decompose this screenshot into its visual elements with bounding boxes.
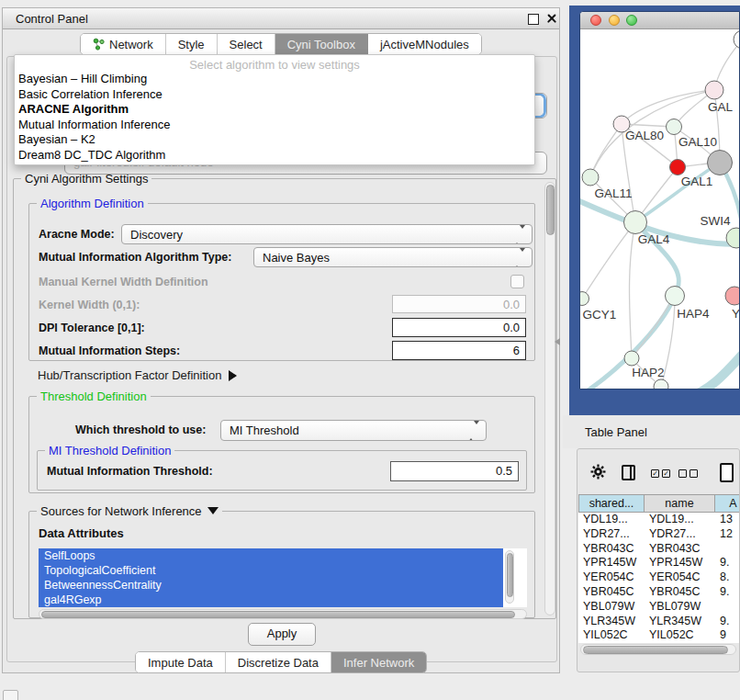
mi-steps-field[interactable]: 6 xyxy=(392,341,526,360)
node-gal-label: GAL xyxy=(708,100,734,114)
node-topright[interactable] xyxy=(734,30,739,49)
table-hscrollbar-thumb[interactable] xyxy=(583,646,728,654)
attribute-selfloops[interactable]: SelfLoops xyxy=(39,548,503,563)
table-cell: 12 xyxy=(715,527,740,542)
zoom-window-icon[interactable] xyxy=(626,15,637,26)
column-header-a[interactable]: A xyxy=(715,494,740,513)
table-cell: YER054C xyxy=(578,570,645,585)
table-row[interactable]: YBL079WYBL079W xyxy=(578,600,740,615)
dpi-tolerance-value: 0.0 xyxy=(503,321,520,334)
split-columns-icon[interactable] xyxy=(622,465,635,480)
mi-threshold-field[interactable]: 0.5 xyxy=(390,461,519,481)
manual-kernel-checkbox[interactable] xyxy=(510,275,524,288)
document-icon[interactable] xyxy=(720,463,734,482)
node-gal11[interactable] xyxy=(582,169,599,186)
table-cell: YER054C xyxy=(645,570,715,585)
table-row[interactable]: YDR27...YDR27...12 xyxy=(578,527,740,542)
unchecked-boxes-icon[interactable] xyxy=(678,469,701,486)
bottom-tab-impute-data[interactable]: Impute Data xyxy=(136,652,226,672)
sources-hscrollbar[interactable] xyxy=(39,609,527,619)
node-hap2[interactable] xyxy=(624,351,639,366)
expand-right-icon xyxy=(229,370,237,381)
sources-title-text: Sources for Network Inference xyxy=(40,504,202,518)
sources-title[interactable]: Sources for Network Inference xyxy=(37,504,222,518)
aracne-mode-combo[interactable]: Discovery xyxy=(121,224,533,244)
node-gal4[interactable] xyxy=(624,211,647,234)
table-cell: YDL19... xyxy=(578,513,645,527)
which-threshold-value: MI Threshold xyxy=(230,423,299,437)
network-view-window: GALGAL80GAL10GAL1GAL11GAL4SWI4GCY1HAP4YH… xyxy=(579,11,740,390)
bottom-tabs: Impute DataDiscretize DataInfer Network xyxy=(135,651,427,673)
node-hap4[interactable] xyxy=(666,287,685,306)
minimize-window-icon[interactable] xyxy=(609,15,620,26)
node-gcy1[interactable] xyxy=(580,292,589,306)
tab-label: Select xyxy=(230,35,263,54)
settings-scrollbar[interactable] xyxy=(544,182,555,615)
checked-boxes-icon[interactable]: ✓✓ xyxy=(651,469,673,486)
tab-cyni-toolbox[interactable]: Cyni Toolbox xyxy=(275,34,368,54)
control-panel-tabs: NetworkStyleSelectCyni ToolboxjActiveMNo… xyxy=(80,33,482,55)
close-window-icon[interactable] xyxy=(590,15,601,26)
table-hscrollbar[interactable] xyxy=(580,644,736,655)
node-y[interactable] xyxy=(725,287,739,305)
network-canvas[interactable]: GALGAL80GAL10GAL1GAL11GAL4SWI4GCY1HAP4YH… xyxy=(580,29,739,389)
network-window-titlebar[interactable] xyxy=(580,12,739,29)
hub-definition-toggle[interactable]: Hub/Transcription Factor Definition xyxy=(38,368,237,382)
float-panel-icon[interactable] xyxy=(528,14,539,25)
tab-network[interactable]: Network xyxy=(81,34,166,54)
bottom-tab-infer-network[interactable]: Infer Network xyxy=(331,652,426,672)
node-gal10[interactable] xyxy=(667,119,682,135)
close-icon[interactable] xyxy=(546,13,557,24)
threshold-definition-box: Threshold Definition Which threshold to … xyxy=(28,396,535,493)
column-header-shared[interactable]: shared... xyxy=(578,494,645,513)
mi-steps-label: Mutual Information Steps: xyxy=(39,344,180,357)
panel-divider-arrow[interactable] xyxy=(555,338,560,345)
attribute-topologicalcoefficient[interactable]: TopologicalCoefficient xyxy=(39,563,503,578)
table-cell: YPR145W xyxy=(578,556,645,570)
attribute-betweennesscentrality[interactable]: BetweennessCentrality xyxy=(39,578,503,593)
bottom-tab-discretize-data[interactable]: Discretize Data xyxy=(226,652,331,672)
settings-scrollbar-thumb[interactable] xyxy=(546,185,555,235)
algorithm-item-dream8-dc-tdc-algorithm[interactable]: Dream8 DC_TDC Algorithm xyxy=(15,148,534,164)
sources-hscrollbar-thumb[interactable] xyxy=(41,611,515,618)
table-row[interactable]: YBR043CYBR043C xyxy=(578,542,740,557)
node-gray[interactable] xyxy=(708,151,733,175)
column-header-name[interactable]: name xyxy=(645,494,715,513)
collapsed-panel-icon[interactable] xyxy=(3,690,18,700)
node-gal10-label: GAL10 xyxy=(678,135,717,149)
data-attributes-list: SelfLoopsTopologicalCoefficientBetweenne… xyxy=(39,548,527,607)
algorithm-item-basic-correlation-inference[interactable]: Basic Correlation Inference xyxy=(15,87,534,103)
dpi-tolerance-field[interactable]: 0.0 xyxy=(392,318,526,337)
mi-threshold-label: Mutual Information Threshold: xyxy=(47,465,213,478)
node-bottom[interactable] xyxy=(654,379,668,389)
algorithm-item-aracne-algorithm[interactable]: ARACNE Algorithm xyxy=(15,102,534,118)
mi-type-combo[interactable]: Naive Bayes xyxy=(253,247,533,267)
apply-button[interactable]: Apply xyxy=(248,623,316,646)
kernel-width-field[interactable]: 0.0 xyxy=(392,295,526,313)
network-edge xyxy=(582,222,635,299)
algorithm-item-mutual-information-inference[interactable]: Mutual Information Inference xyxy=(15,118,534,133)
table-row[interactable]: YER054CYER054C8. xyxy=(578,570,740,585)
algorithm-item-bayesian-k2[interactable]: Bayesian – K2 xyxy=(15,132,534,148)
table-cell: YBL079W xyxy=(578,600,645,615)
table-row[interactable]: YBR045CYBR045C9. xyxy=(578,585,740,600)
tab-select[interactable]: Select xyxy=(218,34,275,54)
node-gal1[interactable] xyxy=(670,160,686,175)
table-row[interactable]: YIL052CYIL052C9 xyxy=(578,628,740,643)
table-cell: 9. xyxy=(715,556,740,570)
gear-icon[interactable] xyxy=(590,464,606,483)
table-row[interactable]: YPR145WYPR145W9. xyxy=(578,556,740,570)
attribute-gal4rgexp[interactable]: gal4RGexp xyxy=(39,593,503,607)
table-row[interactable]: YLR345WYLR345W9. xyxy=(578,615,740,629)
attributes-scrollbar-thumb[interactable] xyxy=(507,553,513,597)
tab-style[interactable]: Style xyxy=(166,34,218,54)
which-threshold-combo[interactable]: MI Threshold xyxy=(220,420,487,441)
aracne-mode-value: Discovery xyxy=(130,228,183,242)
tab-jactivemnodules[interactable]: jActiveMNodules xyxy=(368,34,481,54)
table-row[interactable]: YDL19...YDL19...13 xyxy=(578,513,740,527)
table-cell: YIL052C xyxy=(645,628,715,643)
node-gal[interactable] xyxy=(705,81,723,99)
node-swi4-label: SWI4 xyxy=(700,214,730,228)
algorithm-item-bayesian-hill-climbing[interactable]: Bayesian – Hill Climbing xyxy=(15,72,534,87)
attributes-scrollbar[interactable] xyxy=(505,550,514,604)
